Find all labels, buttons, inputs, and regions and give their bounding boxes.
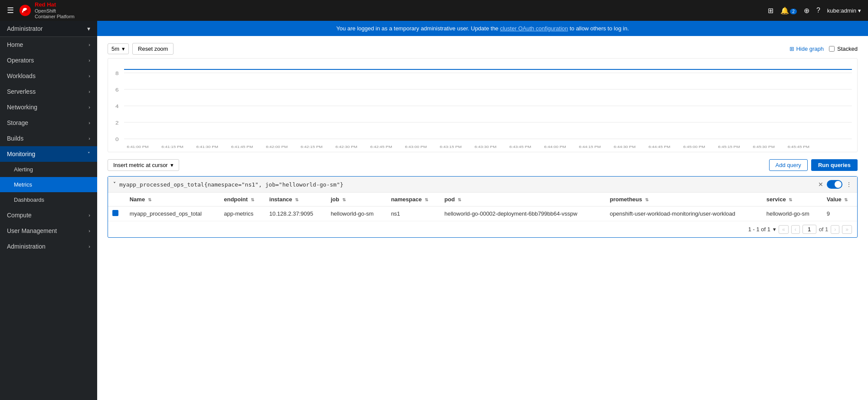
- user-menu[interactable]: kube:admin ▾: [827, 7, 861, 14]
- sidebar-item-alerting[interactable]: Alerting: [0, 162, 97, 177]
- graph-controls-right: ⊞ Hide graph Stacked: [789, 46, 858, 52]
- sidebar-item-networking[interactable]: Networking ›: [0, 99, 97, 115]
- svg-text:0: 0: [115, 137, 119, 142]
- results-table: Name ⇅ endpoint ⇅ instance ⇅ job ⇅ names…: [108, 193, 857, 221]
- sidebar-item-administration[interactable]: Administration ›: [0, 239, 97, 254]
- sidebar-item-builds[interactable]: Builds ›: [0, 131, 97, 146]
- query-panel-header: ˅ myapp_processed_ops_total{namespace="n…: [108, 177, 857, 193]
- sidebar-item-workloads[interactable]: Workloads ›: [0, 68, 97, 84]
- insert-metric-label: Insert metric at cursor: [113, 162, 168, 168]
- query-bar: Insert metric at cursor ▾ Add query Run …: [108, 159, 858, 171]
- sidebar-chevron-home-icon: ›: [88, 42, 90, 47]
- hamburger-menu-icon[interactable]: ☰: [7, 6, 14, 15]
- sidebar-item-serverless[interactable]: Serverless ›: [0, 84, 97, 99]
- col-header-color: [108, 193, 125, 207]
- col-header-prometheus[interactable]: prometheus ⇅: [606, 193, 762, 207]
- sidebar-item-monitoring[interactable]: Monitoring ˅: [0, 146, 97, 162]
- row-prometheus: openshift-user-workload-monitoring/user-…: [606, 207, 762, 221]
- pagination-dropdown-icon[interactable]: ▾: [773, 226, 776, 233]
- insert-metric-chevron-icon: ▾: [170, 162, 174, 168]
- pagination-of-label: of 1: [819, 226, 829, 233]
- col-header-namespace[interactable]: namespace ⇅: [387, 193, 440, 207]
- notification-badge: 2: [790, 9, 797, 14]
- reset-zoom-button[interactable]: Reset zoom: [132, 43, 174, 55]
- sidebar-chevron-compute-icon: ›: [88, 213, 90, 218]
- banner-message-end: to allow others to log in.: [570, 25, 629, 32]
- pagination-prev-button[interactable]: ‹: [791, 225, 800, 234]
- col-header-endpoint[interactable]: endpoint ⇅: [219, 193, 265, 207]
- sidebar-item-metrics[interactable]: Metrics: [0, 177, 97, 192]
- query-close-icon[interactable]: ✕: [818, 181, 823, 188]
- svg-text:6:44:15 PM: 6:44:15 PM: [579, 145, 601, 149]
- sidebar-item-storage[interactable]: Storage ›: [0, 115, 97, 131]
- help-icon[interactable]: ?: [816, 7, 820, 14]
- svg-text:6:44:30 PM: 6:44:30 PM: [614, 145, 635, 149]
- stacked-toggle[interactable]: Stacked: [829, 46, 858, 52]
- col-header-pod[interactable]: pod ⇅: [440, 193, 606, 207]
- sidebar-chevron-administration-icon: ›: [88, 244, 90, 249]
- pagination-page-input[interactable]: [802, 225, 816, 234]
- sidebar-item-home[interactable]: Home ›: [0, 37, 97, 52]
- svg-text:4: 4: [115, 104, 119, 109]
- svg-text:6:41:45 PM: 6:41:45 PM: [231, 145, 253, 149]
- sidebar-role-selector[interactable]: Administrator ▾: [0, 21, 97, 37]
- col-header-instance[interactable]: instance ⇅: [265, 193, 327, 207]
- stacked-label: Stacked: [837, 46, 858, 52]
- sidebar-item-builds-label: Builds: [7, 135, 23, 142]
- grid-icon[interactable]: ⊞: [768, 7, 773, 15]
- sidebar-item-alerting-label: Alerting: [14, 166, 33, 173]
- time-range-select[interactable]: 5m ▾: [108, 43, 129, 54]
- login-banner: You are logged in as a temporary adminis…: [97, 21, 868, 36]
- brand-logo: Red Hat OpenShift Container Platform: [19, 1, 75, 20]
- sidebar-item-operators[interactable]: Operators ›: [0, 52, 97, 68]
- query-enable-toggle[interactable]: [827, 180, 842, 189]
- sidebar-item-monitoring-label: Monitoring: [7, 151, 35, 157]
- query-more-icon[interactable]: ⋮: [846, 181, 852, 188]
- col-header-name[interactable]: Name ⇅: [125, 193, 220, 207]
- sidebar-item-usermgmt-label: User Management: [7, 227, 57, 234]
- add-query-button[interactable]: Add query: [769, 159, 808, 171]
- oauth-config-link[interactable]: cluster OAuth configuration: [500, 25, 568, 32]
- plus-icon[interactable]: ⊕: [804, 7, 809, 15]
- time-range-value: 5m: [111, 46, 119, 52]
- sidebar-item-administration-label: Administration: [7, 243, 46, 250]
- svg-text:6: 6: [115, 87, 119, 92]
- svg-text:6:42:45 PM: 6:42:45 PM: [370, 145, 392, 149]
- sidebar-chevron-operators-icon: ›: [88, 58, 90, 63]
- bell-icon[interactable]: 🔔2: [780, 7, 797, 15]
- query-panel-actions: ✕ ⋮: [818, 180, 852, 189]
- table-header-row: Name ⇅ endpoint ⇅ instance ⇅ job ⇅ names…: [108, 193, 857, 207]
- graph-controls: 5m ▾ Reset zoom ⊞ Hide graph Stacked: [108, 43, 858, 55]
- svg-text:2: 2: [115, 120, 119, 125]
- hide-graph-icon: ⊞: [789, 46, 794, 52]
- hide-graph-button[interactable]: ⊞ Hide graph: [789, 46, 824, 52]
- pagination-first-button[interactable]: «: [779, 225, 789, 234]
- sidebar-item-dashboards[interactable]: Dashboards: [0, 192, 97, 207]
- sidebar-item-usermgmt[interactable]: User Management ›: [0, 223, 97, 239]
- query-collapse-icon[interactable]: ˅: [113, 181, 116, 187]
- user-chevron-icon: ▾: [858, 7, 861, 14]
- row-endpoint: app-metrics: [219, 207, 265, 221]
- row-service: helloworld-go-sm: [762, 207, 822, 221]
- row-job: helloworld-go-sm: [326, 207, 387, 221]
- pagination-last-button[interactable]: »: [842, 225, 852, 234]
- svg-text:6:45:15 PM: 6:45:15 PM: [718, 145, 740, 149]
- topnav-icons: ⊞ 🔔2 ⊕ ? kube:admin ▾: [768, 7, 861, 15]
- stacked-checkbox[interactable]: [829, 46, 835, 52]
- username-label: kube:admin: [827, 7, 856, 14]
- svg-text:6:41:00 PM: 6:41:00 PM: [127, 145, 148, 149]
- row-name: myapp_processed_ops_total: [125, 207, 220, 221]
- svg-text:8: 8: [115, 71, 119, 76]
- sidebar-item-compute[interactable]: Compute ›: [0, 207, 97, 223]
- graph-controls-left: 5m ▾ Reset zoom: [108, 43, 174, 55]
- insert-metric-button[interactable]: Insert metric at cursor ▾: [108, 159, 179, 171]
- col-header-value[interactable]: Value ⇅: [822, 193, 857, 207]
- col-header-service[interactable]: service ⇅: [762, 193, 822, 207]
- svg-text:6:43:30 PM: 6:43:30 PM: [475, 145, 496, 149]
- run-queries-button[interactable]: Run queries: [811, 159, 858, 171]
- pagination-bar: 1 - 1 of 1 ▾ « ‹ of 1 › »: [108, 221, 857, 237]
- col-header-job[interactable]: job ⇅: [326, 193, 387, 207]
- svg-text:6:44:45 PM: 6:44:45 PM: [649, 145, 670, 149]
- main-content: You are logged in as a temporary adminis…: [97, 21, 868, 400]
- pagination-next-button[interactable]: ›: [831, 225, 839, 234]
